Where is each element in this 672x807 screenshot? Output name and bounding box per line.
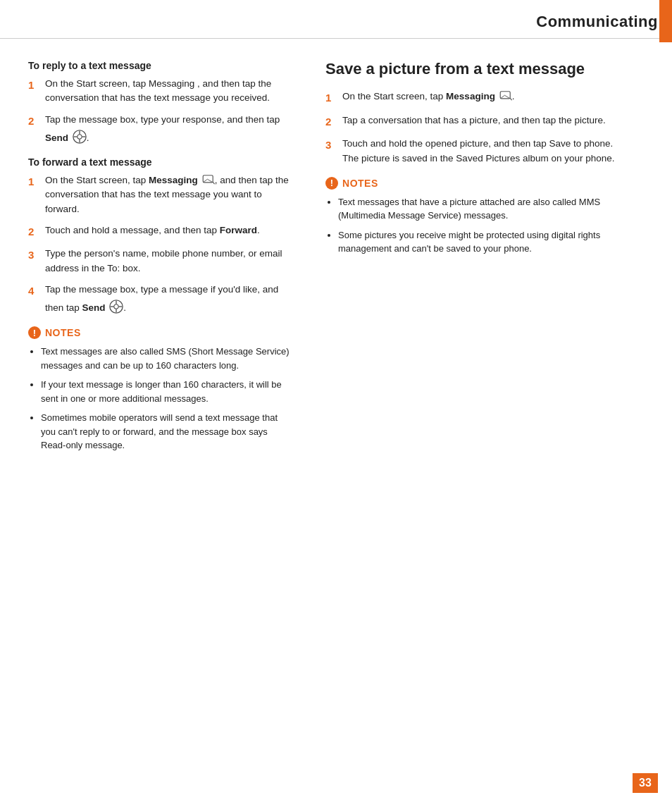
save-step-3: 3 Touch and hold the opened picture, and… [325,137,644,166]
page-number: 33 [633,773,658,793]
reply-step-2: 2 Tap the message box, type your respons… [28,113,290,146]
forward-section: To forward a text message 1 On the Start… [28,156,290,315]
notes-heading-text: NOTES [45,327,81,338]
reply-heading: To reply to a text message [28,60,290,71]
step-number: 1 [28,173,39,216]
step-text: Tap the message box, type your response,… [45,113,290,146]
svg-point-1 [77,135,82,139]
save-step-2: 2 Tap a conversation that has a picture,… [325,113,644,130]
forward-step-2: 2 Touch and hold a message, and then tap… [28,223,290,240]
forward-steps: 1 On the Start screen, tap Messaging , a… [28,173,290,315]
reply-step-1: 1 On the Start screen, tap Messaging , a… [28,77,290,106]
step-number: 3 [28,247,39,276]
save-picture-steps: 1 On the Start screen, tap Messaging . 2… [325,90,644,166]
svg-point-9 [114,304,118,309]
step-number: 3 [325,137,337,166]
forward-step-1: 1 On the Start screen, tap Messaging , a… [28,173,290,216]
right-notes-section: ! NOTES Text messages that have a pictur… [325,177,644,256]
notes-heading: ! NOTES [325,177,644,190]
note-item: Some pictures you receive might be prote… [338,228,644,256]
messaging-icon [499,91,512,101]
step-text: Tap a conversation that has a picture, a… [342,113,644,130]
notes-list: Text messages that have a picture attach… [325,195,644,256]
left-notes-section: ! NOTES Text messages are also called SM… [28,326,290,452]
header-bar [659,0,672,42]
step-text: Touch and hold the opened picture, and t… [342,137,644,166]
step-number: 1 [28,77,39,106]
step-number: 2 [28,223,39,240]
step-text: On the Start screen, tap Messaging , and… [45,173,290,216]
notes-icon: ! [325,177,338,190]
step-text: Touch and hold a message, and then tap F… [45,223,290,240]
forward-step-4: 4 Tap the message box, type a message if… [28,283,290,316]
notes-list: Text messages are also called SMS (Short… [28,345,290,452]
step-number: 1 [325,90,337,106]
send-icon [73,130,87,144]
note-item: Sometimes mobile operators will send a t… [41,411,290,452]
svg-line-15 [510,99,511,101]
step-number: 2 [28,113,39,146]
main-section-heading: Save a picture from a text message [325,60,644,78]
right-column: Save a picture from a text message 1 On … [311,60,644,465]
save-step-1: 1 On the Start screen, tap Messaging . [325,90,644,106]
notes-heading: ! NOTES [28,326,290,339]
note-item: Text messages that have a picture attach… [338,195,644,223]
step-text: Tap the message box, type a message if y… [45,283,290,316]
step-text: On the Start screen, tap Messaging , and… [45,77,290,106]
svg-line-7 [213,182,214,184]
note-item: If your text message is longer than 160 … [41,378,290,405]
page-header: Communicating [0,0,672,39]
left-column: To reply to a text message 1 On the Star… [28,60,311,465]
step-text: Type the person's name, mobile phone num… [45,247,290,276]
forward-heading: To forward a text message [28,156,290,168]
step-text: On the Start screen, tap Messaging . [342,90,644,106]
send-icon [109,300,123,314]
step-number: 2 [325,113,337,130]
step-number: 4 [28,283,39,316]
note-item: Text messages are also called SMS (Short… [41,345,290,372]
reply-section: To reply to a text message 1 On the Star… [28,60,290,145]
notes-heading-text: NOTES [342,178,378,189]
reply-steps: 1 On the Start screen, tap Messaging , a… [28,77,290,145]
forward-step-3: 3 Type the person's name, mobile phone n… [28,247,290,276]
main-content: To reply to a text message 1 On the Star… [0,60,672,465]
notes-icon: ! [28,326,41,339]
messaging-icon [202,175,215,185]
page-title: Communicating [536,13,672,31]
